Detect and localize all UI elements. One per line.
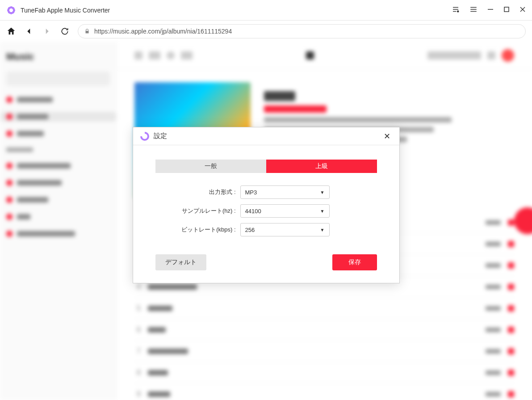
lock-icon [84,28,90,34]
bitrate-select[interactable]: 256 ▼ [240,223,330,236]
bitrate-label: ビットレート(kbps) : [155,226,240,234]
sample-rate-label: サンプルレート(hz) : [155,207,240,215]
toolbar: https://music.apple.com/jp/album/nia/161… [0,21,532,42]
output-format-label: 出力形式 : [155,188,240,196]
bitrate-value: 256 [245,227,255,233]
maximize-button[interactable] [503,6,510,14]
playlist-icon[interactable] [452,5,460,15]
home-button[interactable] [6,26,16,36]
settings-tabs: 一般 上級 [155,160,377,173]
tab-general[interactable]: 一般 [155,160,266,173]
sample-rate-select[interactable]: 44100 ▼ [240,204,330,218]
url-text: https://music.apple.com/jp/album/nia/161… [94,28,232,35]
minimize-button[interactable] [487,6,494,14]
chevron-down-icon: ▼ [320,190,325,195]
chevron-down-icon: ▼ [320,209,325,214]
settings-modal-overlay: 設定 ✕ 一般 上級 出力形式 : MP3 ▼ サンプルレート(hz) : 44… [0,42,532,400]
modal-logo-icon [140,132,149,141]
svg-rect-8 [504,7,509,12]
menu-icon[interactable] [469,5,478,15]
app-title: TuneFab Apple Music Converter [21,7,452,14]
modal-title: 設定 [154,132,382,140]
sample-rate-value: 44100 [245,208,261,215]
titlebar: TuneFab Apple Music Converter [0,0,532,21]
back-button[interactable] [24,26,34,36]
output-format-select[interactable]: MP3 ▼ [240,185,330,199]
reload-button[interactable] [60,26,70,36]
forward-button[interactable] [42,26,52,36]
app-logo-icon [6,5,16,15]
tab-advanced[interactable]: 上級 [266,160,377,173]
modal-close-button[interactable]: ✕ [382,130,392,143]
modal-header: 設定 ✕ [133,127,399,145]
output-format-value: MP3 [245,189,257,196]
settings-modal: 設定 ✕ 一般 上級 出力形式 : MP3 ▼ サンプルレート(hz) : 44… [133,127,400,283]
chevron-down-icon: ▼ [320,227,325,232]
save-button[interactable]: 保存 [332,254,377,270]
close-button[interactable] [519,6,526,14]
url-bar[interactable]: https://music.apple.com/jp/album/nia/161… [78,24,526,38]
default-button[interactable]: デフォルト [155,254,206,270]
svg-point-3 [457,11,459,12]
